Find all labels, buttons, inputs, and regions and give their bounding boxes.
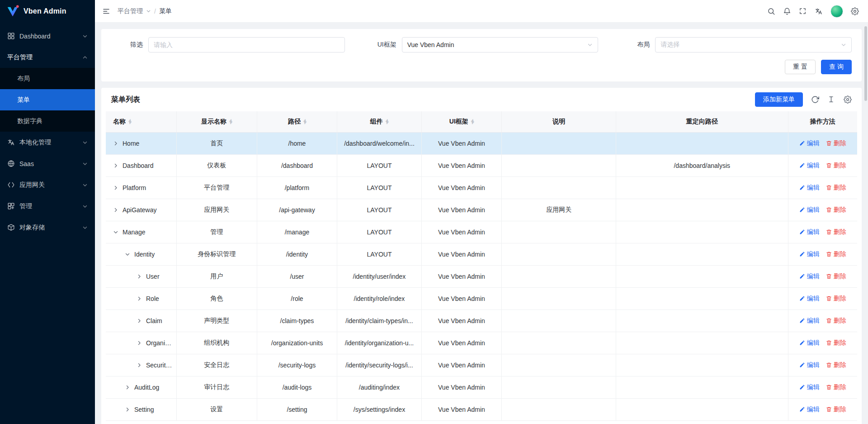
edit-button[interactable]: 编辑 (799, 339, 820, 347)
manage-icon (7, 202, 15, 210)
user-avatar[interactable] (830, 5, 843, 18)
sidebar-subitem-dictionary[interactable]: 数据字典 (0, 110, 95, 132)
sort-icon[interactable]: ▲▼ (229, 119, 232, 124)
delete-button[interactable]: 删除 (826, 383, 846, 391)
filter-select[interactable]: Vue Vben Admin (402, 37, 599, 52)
reset-button[interactable]: 重 置 (785, 60, 816, 74)
search-icon[interactable] (767, 7, 775, 15)
route-path: /security-logs (257, 354, 337, 376)
delete-button[interactable]: 删除 (826, 162, 846, 170)
delete-button[interactable]: 删除 (826, 405, 846, 414)
edit-button[interactable]: 编辑 (799, 184, 820, 192)
delete-icon (826, 295, 832, 301)
expand-toggle-icon[interactable] (125, 407, 130, 412)
sidebar-item-saas[interactable]: Saas (0, 153, 95, 174)
route-path: /api-gateway (257, 199, 337, 221)
row-actions: 编辑删除 (788, 154, 857, 176)
delete-button[interactable]: 删除 (826, 272, 846, 281)
sidebar-item-storage[interactable]: 对象存储 (0, 217, 95, 238)
delete-button[interactable]: 删除 (826, 317, 846, 325)
expand-toggle-icon[interactable] (113, 163, 118, 168)
edit-button[interactable]: 编辑 (799, 405, 820, 414)
column-header-3[interactable]: 组件▲▼ (337, 111, 421, 132)
sidebar-item-localization[interactable]: 本地化管理 (0, 132, 95, 153)
sidebar-subitem-layout[interactable]: 布局 (0, 68, 95, 89)
description: 应用网关 (502, 199, 616, 221)
row-height-icon[interactable] (827, 95, 835, 104)
edit-button[interactable]: 编辑 (799, 139, 820, 148)
notification-bell-icon[interactable] (783, 7, 791, 15)
breadcrumb-root[interactable]: 平台管理 (118, 7, 143, 15)
sidebar-nav: Dashboard平台管理布局菜单数据字典本地化管理Saas应用网关管理对象存储 (0, 23, 95, 238)
expand-toggle-icon[interactable] (137, 274, 142, 279)
vertical-scrollbar[interactable] (863, 0, 868, 424)
edit-button[interactable]: 编辑 (799, 162, 820, 170)
expand-toggle-icon[interactable] (137, 340, 142, 346)
component: LAYOUT (337, 176, 421, 199)
column-header-0[interactable]: 名称▲▼ (106, 111, 176, 132)
filter-select[interactable]: 请选择 (655, 37, 852, 52)
sidebar-item-gateway[interactable]: 应用网关 (0, 174, 95, 195)
menu-name: ApiGateway (123, 206, 156, 214)
edit-button[interactable]: 编辑 (799, 206, 820, 214)
expand-toggle-icon[interactable] (113, 141, 118, 146)
refresh-icon[interactable] (811, 95, 819, 104)
column-header-6: 重定向路径 (616, 111, 788, 132)
delete-button[interactable]: 删除 (826, 228, 846, 236)
expand-toggle-icon[interactable] (125, 252, 130, 257)
component: /dashboard/welcome/in... (337, 132, 421, 154)
settings-gear-icon[interactable] (851, 7, 859, 15)
delete-button[interactable]: 删除 (826, 184, 846, 192)
language-translate-icon[interactable] (815, 7, 823, 15)
sidebar-collapse-icon[interactable] (102, 7, 110, 15)
column-header-5: 说明 (502, 111, 616, 132)
add-menu-button[interactable]: 添加新菜单 (755, 92, 803, 107)
edit-button[interactable]: 编辑 (799, 295, 820, 303)
saas-icon (7, 160, 15, 167)
sidebar-item-platform[interactable]: 平台管理 (0, 47, 95, 68)
edit-button[interactable]: 编辑 (799, 250, 820, 258)
delete-icon (826, 140, 832, 146)
delete-icon (826, 362, 832, 368)
expand-toggle-icon[interactable] (137, 296, 142, 301)
edit-button[interactable]: 编辑 (799, 272, 820, 281)
delete-button[interactable]: 删除 (826, 361, 846, 369)
column-settings-gear-icon[interactable] (844, 95, 852, 104)
sidebar-item-dashboard[interactable]: Dashboard (0, 25, 95, 47)
edit-button[interactable]: 编辑 (799, 383, 820, 391)
redirect-path (616, 332, 788, 354)
edit-button[interactable]: 编辑 (799, 361, 820, 369)
chevron-down-icon (82, 225, 88, 230)
delete-button[interactable]: 删除 (826, 339, 846, 347)
expand-toggle-icon[interactable] (113, 207, 118, 213)
sort-icon[interactable]: ▲▼ (128, 119, 131, 124)
edit-button[interactable]: 编辑 (799, 317, 820, 325)
expand-toggle-icon[interactable] (125, 385, 130, 390)
edit-button[interactable]: 编辑 (799, 228, 820, 236)
delete-button[interactable]: 删除 (826, 206, 846, 214)
sidebar-subitem-menu[interactable]: 菜单 (0, 89, 95, 110)
expand-toggle-icon[interactable] (113, 229, 118, 235)
fullscreen-icon[interactable] (799, 7, 807, 15)
delete-button[interactable]: 删除 (826, 295, 846, 303)
ui-framework: Vue Vben Admin (421, 154, 502, 176)
column-header-2[interactable]: 路径▲▼ (257, 111, 337, 132)
sort-icon[interactable]: ▲▼ (303, 119, 306, 124)
sort-icon[interactable]: ▲▼ (386, 119, 388, 124)
filter-text-input[interactable] (148, 37, 345, 52)
app-logo[interactable]: Vben Admin (0, 0, 95, 23)
delete-button[interactable]: 删除 (826, 139, 846, 148)
menu-name: Manage (123, 229, 146, 236)
sidebar-submenu-platform: 布局菜单数据字典 (0, 68, 95, 132)
expand-toggle-icon[interactable] (113, 185, 118, 191)
column-header-4[interactable]: UI框架▲▼ (421, 111, 502, 132)
display-name: 首页 (176, 132, 257, 154)
expand-toggle-icon[interactable] (137, 318, 142, 324)
expand-toggle-icon[interactable] (137, 362, 142, 368)
query-button[interactable]: 查 询 (821, 60, 852, 74)
sort-icon[interactable]: ▲▼ (471, 119, 474, 124)
column-header-1[interactable]: 显示名称▲▼ (176, 111, 257, 132)
scrollbar-thumb[interactable] (864, 26, 867, 101)
sidebar-item-manage[interactable]: 管理 (0, 195, 95, 217)
delete-button[interactable]: 删除 (826, 250, 846, 258)
